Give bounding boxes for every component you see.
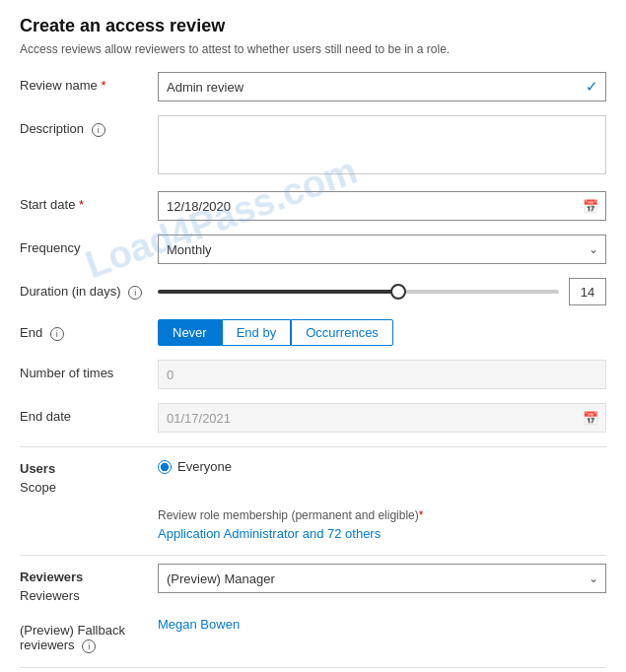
role-membership-link[interactable]: Application Administrator and 72 others <box>158 526 381 541</box>
end-date-control: 📅 <box>158 403 606 433</box>
duration-label: Duration (in days) i <box>20 278 158 300</box>
divider-3 <box>20 667 606 668</box>
start-date-control: 📅 <box>158 191 606 221</box>
number-of-times-input[interactable] <box>158 360 606 389</box>
end-info-icon: i <box>50 327 64 341</box>
end-label: End i <box>20 319 158 341</box>
review-name-row: Review name * ✓ <box>20 72 606 101</box>
subtitle: Access reviews allow reviewers to attest… <box>20 42 606 56</box>
end-date-row: End date 📅 <box>20 403 606 433</box>
duration-slider-thumb[interactable] <box>390 284 406 300</box>
role-membership-section: Review role membership (permanent and el… <box>20 508 606 541</box>
scope-radio-wrap: Everyone <box>158 455 606 474</box>
fallback-reviewers-link[interactable]: Megan Bowen <box>158 617 240 632</box>
end-control: Never End by Occurrences <box>158 319 606 346</box>
description-input[interactable] <box>158 115 606 174</box>
fallback-info-icon: i <box>82 639 96 653</box>
number-of-times-row: Number of times <box>20 360 606 389</box>
description-info-icon: i <box>92 123 105 137</box>
frequency-row: Frequency Daily Weekly Monthly Quarterly… <box>20 235 606 264</box>
scope-everyone-label: Everyone <box>177 459 232 474</box>
description-row: Description i <box>20 115 606 177</box>
reviewers-control: (Preview) Manager ⌄ <box>158 564 606 593</box>
scope-everyone-radio[interactable] <box>158 460 172 474</box>
end-date-input[interactable] <box>158 403 606 433</box>
fallback-reviewers-label: (Preview) Fallback reviewers i <box>20 617 158 653</box>
end-endby-button[interactable]: End by <box>222 319 291 346</box>
frequency-label: Frequency <box>20 235 158 255</box>
fallback-reviewers-control: Megan Bowen <box>158 617 606 632</box>
description-control <box>158 115 606 177</box>
frequency-control: Daily Weekly Monthly Quarterly Annually … <box>158 235 606 264</box>
reviewers-label: Reviewers Reviewers <box>20 564 158 603</box>
end-button-group: Never End by Occurrences <box>158 319 606 346</box>
start-date-input[interactable] <box>158 191 606 221</box>
page-title: Create an access review <box>20 16 606 36</box>
fallback-reviewers-row: (Preview) Fallback reviewers i Megan Bow… <box>20 617 606 653</box>
number-of-times-control <box>158 360 606 389</box>
scope-label: Users Scope <box>20 455 158 495</box>
divider-1 <box>20 446 606 447</box>
duration-info-icon: i <box>128 286 142 300</box>
reviewers-select[interactable]: (Preview) Manager <box>158 564 606 593</box>
end-date-label: End date <box>20 403 158 424</box>
description-label: Description i <box>20 115 158 137</box>
start-date-row: Start date * 📅 <box>20 191 606 221</box>
review-name-label: Review name * <box>20 72 158 93</box>
reviewers-row: Reviewers Reviewers (Preview) Manager ⌄ <box>20 564 606 603</box>
duration-value-box: 14 <box>569 278 606 305</box>
duration-slider-track[interactable] <box>158 290 559 294</box>
divider-2 <box>20 555 606 556</box>
end-never-button[interactable]: Never <box>158 319 222 346</box>
duration-control: 14 <box>158 278 606 305</box>
start-date-label: Start date * <box>20 191 158 212</box>
review-name-input[interactable] <box>158 72 606 101</box>
frequency-select[interactable]: Daily Weekly Monthly Quarterly Annually <box>158 235 606 264</box>
scope-control: Everyone <box>158 455 606 474</box>
end-occurrences-button[interactable]: Occurrences <box>291 319 393 346</box>
review-name-control: ✓ <box>158 72 606 101</box>
number-of-times-label: Number of times <box>20 360 158 380</box>
end-row: End i Never End by Occurrences <box>20 319 606 346</box>
duration-row: Duration (in days) i 14 <box>20 278 606 305</box>
scope-row: Users Scope Everyone <box>20 455 606 495</box>
role-membership-label: Review role membership (permanent and el… <box>158 508 606 522</box>
